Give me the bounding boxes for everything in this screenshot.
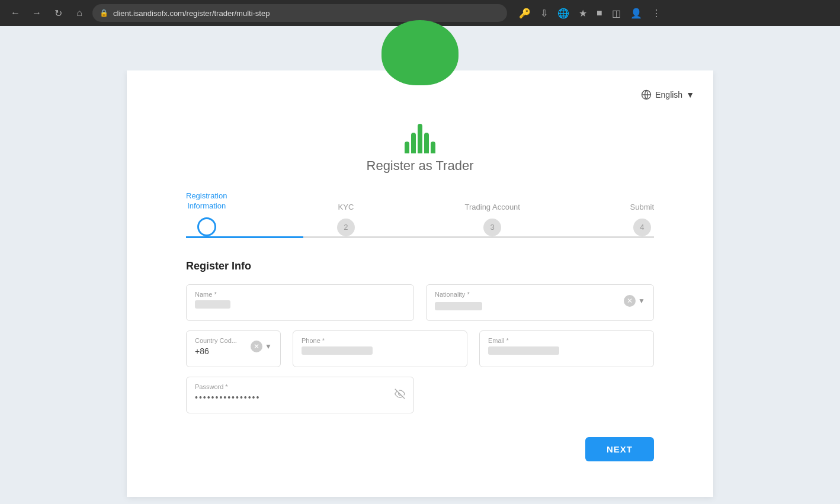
step-3[interactable]: Trading Account 3 bbox=[465, 203, 520, 236]
stepper-line-active bbox=[186, 236, 303, 238]
country-code-label: Country Cod... bbox=[195, 337, 246, 344]
logo-bar-2 bbox=[411, 133, 416, 153]
country-code-clear-button[interactable]: ✕ bbox=[251, 341, 262, 352]
name-field-group: Name * bbox=[186, 284, 414, 321]
nationality-inner: Nationality * bbox=[435, 291, 619, 311]
phone-value-redacted bbox=[302, 346, 373, 355]
profile-icon[interactable]: 👤 bbox=[628, 5, 645, 21]
phone-field-group: Phone * bbox=[293, 330, 467, 367]
password-dots: •••••••••••••••• bbox=[195, 393, 405, 402]
country-code-value: +86 bbox=[195, 346, 246, 356]
next-button[interactable]: NEXT bbox=[585, 437, 654, 461]
name-value-redacted bbox=[195, 300, 230, 309]
email-value-redacted bbox=[488, 346, 559, 355]
refresh-button[interactable]: ↻ bbox=[50, 5, 66, 21]
key-icon[interactable]: 🔑 bbox=[517, 5, 533, 21]
email-label: Email * bbox=[488, 337, 645, 344]
nationality-value-redacted bbox=[435, 302, 482, 310]
country-code-field-group: Country Cod... +86 ✕ ▼ bbox=[186, 330, 281, 367]
step-3-circle: 3 bbox=[483, 219, 501, 236]
logo-icon bbox=[399, 118, 441, 153]
logo-bar-1 bbox=[405, 142, 409, 153]
logo-bar-4 bbox=[424, 133, 429, 153]
step-2-circle: 2 bbox=[337, 219, 355, 236]
url-text: client.isandisofx.com/register/trader/mu… bbox=[113, 9, 270, 18]
step-2[interactable]: KYC 2 bbox=[337, 203, 355, 236]
nationality-clear-button[interactable]: ✕ bbox=[624, 295, 636, 307]
browser-actions: 🔑 ⇩ 🌐 ★ ■ ◫ 👤 ⋮ bbox=[517, 5, 663, 21]
step-1-circle bbox=[197, 217, 216, 236]
logo-bar-5 bbox=[431, 142, 435, 153]
forward-button[interactable]: → bbox=[28, 5, 45, 21]
page-content: English ▼ Register as Trader bbox=[0, 70, 840, 504]
phone-label: Phone * bbox=[302, 337, 459, 344]
country-code-inner: Country Cod... +86 bbox=[195, 337, 246, 356]
country-code-dropdown-arrow[interactable]: ▼ bbox=[265, 342, 272, 351]
step-4-circle: 4 bbox=[633, 219, 651, 236]
step-1[interactable]: RegistrationInformation bbox=[186, 191, 227, 236]
translate-icon[interactable]: 🌐 bbox=[555, 5, 572, 21]
home-button[interactable]: ⌂ bbox=[71, 5, 88, 21]
security-icon: 🔒 bbox=[100, 9, 108, 17]
form-row-3: Password * •••••••••••••••• bbox=[186, 377, 654, 413]
country-code-field[interactable]: Country Cod... +86 ✕ ▼ bbox=[186, 330, 281, 367]
address-bar[interactable]: 🔒 client.isandisofx.com/register/trader/… bbox=[92, 4, 507, 22]
nationality-field-wrap: Nationality * ✕ ▼ bbox=[435, 291, 645, 311]
nationality-dropdown-arrow[interactable]: ▼ bbox=[638, 297, 645, 305]
email-field[interactable]: Email * bbox=[479, 330, 654, 367]
form-section: Register Info Name * bbox=[186, 260, 654, 461]
step-4[interactable]: Submit 4 bbox=[630, 203, 654, 236]
step-3-label: Trading Account bbox=[465, 203, 520, 213]
split-icon[interactable]: ◫ bbox=[610, 5, 623, 21]
form-row-1: Name * Nationality * bbox=[186, 284, 654, 321]
nationality-field[interactable]: Nationality * ✕ ▼ bbox=[426, 284, 654, 321]
back-button[interactable]: ← bbox=[7, 5, 24, 21]
logo-blob bbox=[381, 20, 459, 85]
nationality-field-group: Nationality * ✕ ▼ bbox=[426, 284, 654, 321]
country-code-actions: ✕ ▼ bbox=[251, 341, 272, 352]
card-inner: English ▼ Register as Trader bbox=[127, 70, 713, 497]
password-label: Password * bbox=[195, 383, 405, 390]
nationality-label: Nationality * bbox=[435, 291, 619, 298]
star-icon[interactable]: ★ bbox=[576, 5, 589, 21]
language-label: English bbox=[655, 90, 682, 99]
step-1-label: RegistrationInformation bbox=[186, 191, 227, 211]
page-title: Register as Trader bbox=[367, 158, 474, 174]
email-field-group: Email * bbox=[479, 330, 654, 367]
password-field-group: Password * •••••••••••••••• bbox=[186, 377, 414, 413]
name-label: Name * bbox=[195, 291, 405, 298]
menu-icon[interactable]: ⋮ bbox=[649, 5, 663, 21]
phone-field[interactable]: Phone * bbox=[293, 330, 467, 367]
eye-icon[interactable] bbox=[395, 389, 405, 402]
logo-bar-3 bbox=[418, 124, 422, 153]
form-footer: NEXT bbox=[186, 437, 654, 461]
name-field[interactable]: Name * bbox=[186, 284, 414, 321]
download-icon[interactable]: ⇩ bbox=[538, 5, 550, 21]
logo-area: Register as Trader bbox=[186, 118, 654, 174]
form-row-2: Country Cod... +86 ✕ ▼ bbox=[186, 330, 654, 367]
language-chevron: ▼ bbox=[686, 90, 694, 99]
stepper: RegistrationInformation KYC 2 Trading Ac… bbox=[186, 191, 654, 236]
globe-icon bbox=[641, 89, 652, 100]
registration-card: English ▼ Register as Trader bbox=[127, 70, 713, 497]
password-field[interactable]: Password * •••••••••••••••• bbox=[186, 377, 414, 413]
extensions-icon[interactable]: ■ bbox=[594, 5, 605, 21]
form-section-title: Register Info bbox=[186, 260, 654, 272]
password-spacer bbox=[426, 377, 654, 413]
step-2-label: KYC bbox=[338, 203, 354, 213]
language-selector[interactable]: English ▼ bbox=[641, 89, 694, 100]
nationality-actions: ✕ ▼ bbox=[624, 295, 645, 307]
step-4-label: Submit bbox=[630, 203, 654, 213]
country-code-inner-wrap: Country Cod... +86 ✕ ▼ bbox=[195, 337, 272, 356]
